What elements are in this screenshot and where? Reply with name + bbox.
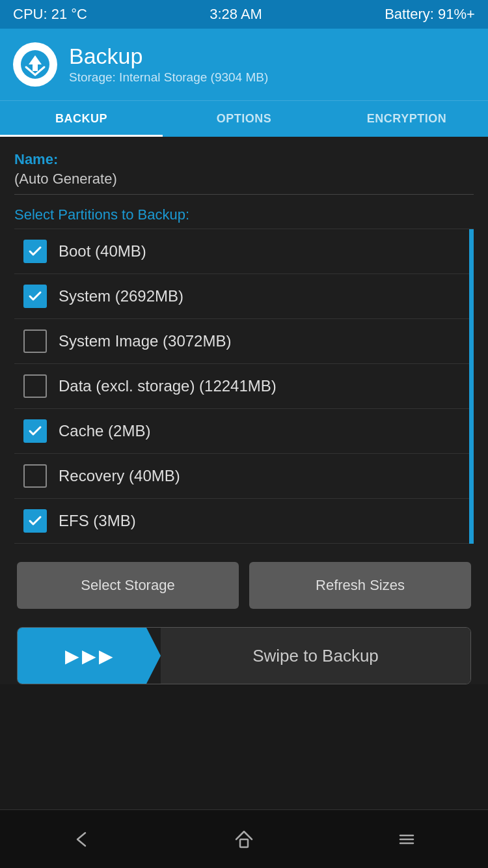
- swipe-arrow-3: ▶: [99, 645, 113, 667]
- tab-backup[interactable]: BACKUP: [0, 101, 163, 137]
- list-item: Boot (40MB): [14, 229, 474, 274]
- app-logo: [13, 42, 57, 87]
- storage-subtitle: Storage: Internal Storage (9304 MB): [69, 70, 268, 85]
- partition-cache-label: Cache (2MB): [59, 422, 150, 440]
- logo-icon: [20, 49, 51, 80]
- tab-bar: BACKUP OPTIONS ENCRYPTION: [0, 100, 488, 137]
- partition-system-image-label: System Image (3072MB): [59, 332, 231, 350]
- partition-data-checkbox[interactable]: [23, 374, 47, 398]
- swipe-to-backup[interactable]: ▶ ▶ ▶ Swipe to Backup: [17, 627, 471, 684]
- main-content: Name: (Auto Generate) Select Partitions …: [0, 137, 488, 684]
- svg-rect-1: [240, 839, 248, 847]
- partition-recovery-checkbox[interactable]: [23, 464, 47, 488]
- partition-boot-label: Boot (40MB): [59, 242, 146, 260]
- bottom-nav: [0, 809, 488, 868]
- name-value: (Auto Generate): [14, 171, 474, 195]
- home-button[interactable]: [224, 820, 264, 859]
- partition-efs-checkbox[interactable]: [23, 509, 47, 533]
- section-title: Select Partitions to Backup:: [14, 206, 474, 223]
- list-item: Recovery (40MB): [14, 454, 474, 499]
- partition-list: Boot (40MB) System (2692MB) System Image…: [14, 229, 474, 544]
- refresh-sizes-button[interactable]: Refresh Sizes: [249, 562, 471, 609]
- menu-icon: [396, 829, 417, 850]
- partition-data-label: Data (excl. storage) (12241MB): [59, 377, 277, 395]
- swipe-label: Swipe to Backup: [252, 646, 379, 666]
- app-title: Backup: [69, 44, 268, 68]
- menu-button[interactable]: [387, 820, 426, 859]
- back-icon: [71, 829, 92, 850]
- cpu-status: CPU: 21 °C: [13, 6, 87, 23]
- tab-encryption[interactable]: ENCRYPTION: [325, 101, 488, 137]
- swipe-arrow-2: ▶: [82, 645, 96, 667]
- list-item: System Image (3072MB): [14, 319, 474, 364]
- swipe-arrow-1: ▶: [65, 645, 79, 667]
- name-label: Name:: [14, 151, 474, 168]
- tab-options[interactable]: OPTIONS: [163, 101, 325, 137]
- back-button[interactable]: [62, 820, 101, 859]
- status-bar: CPU: 21 °C 3:28 AM Battery: 91%+: [0, 0, 488, 29]
- time-status: 3:28 AM: [210, 6, 262, 23]
- home-icon: [234, 829, 254, 850]
- partition-efs-label: EFS (3MB): [59, 512, 136, 530]
- button-row: Select Storage Refresh Sizes: [14, 562, 474, 609]
- list-item: EFS (3MB): [14, 499, 474, 544]
- header-text: Backup Storage: Internal Storage (9304 M…: [69, 44, 268, 84]
- partition-recovery-label: Recovery (40MB): [59, 467, 180, 485]
- swipe-right-panel: Swipe to Backup: [161, 628, 470, 684]
- list-item: System (2692MB): [14, 274, 474, 319]
- list-item: Cache (2MB): [14, 409, 474, 454]
- list-item: Data (excl. storage) (12241MB): [14, 364, 474, 409]
- partition-system-checkbox[interactable]: [23, 285, 47, 308]
- header: Backup Storage: Internal Storage (9304 M…: [0, 29, 488, 100]
- partition-boot-checkbox[interactable]: [23, 240, 47, 263]
- partition-system-label: System (2692MB): [59, 287, 183, 305]
- partition-system-image-checkbox[interactable]: [23, 329, 47, 353]
- select-storage-button[interactable]: Select Storage: [17, 562, 239, 609]
- battery-status: Battery: 91%+: [385, 6, 475, 23]
- partition-cache-checkbox[interactable]: [23, 419, 47, 443]
- swipe-left-panel: ▶ ▶ ▶: [18, 628, 161, 684]
